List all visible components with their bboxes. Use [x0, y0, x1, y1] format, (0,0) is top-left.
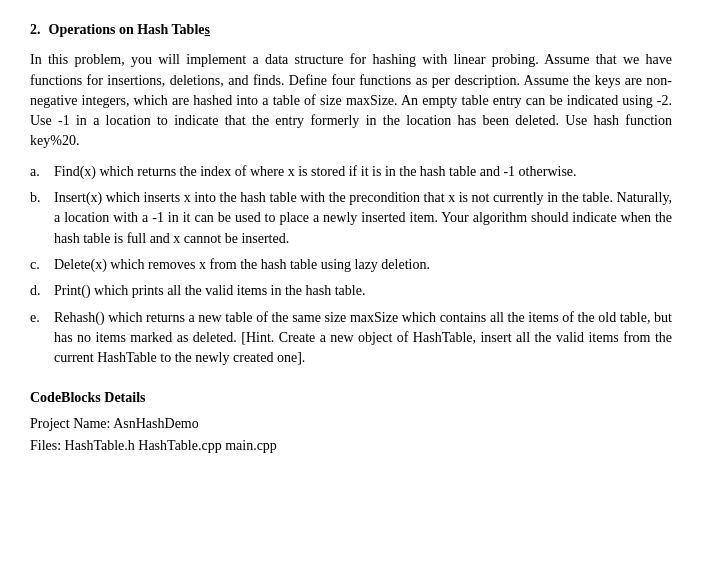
list-item: c.Delete(x) which removes x from the has… [30, 255, 672, 275]
project-name: Project Name: AsnHashDemo [30, 414, 672, 434]
list-item: d.Print() which prints all the valid ite… [30, 281, 672, 301]
list-label-c: c. [30, 255, 48, 275]
codeblocks-section: CodeBlocks Details Project Name: AsnHash… [30, 388, 672, 456]
section-title-plain: Operations on Hash Table [49, 22, 205, 37]
section-container: 2. Operations on Hash Tables In this pro… [30, 20, 672, 456]
section-title-underlined: s [205, 22, 210, 37]
list-content-e: Rehash() which returns a new table of th… [54, 308, 672, 369]
list-label-b: b. [30, 188, 48, 249]
intro-paragraph: In this problem, you will implement a da… [30, 50, 672, 151]
list-content-b: Insert(x) which inserts x into the hash … [54, 188, 672, 249]
list-label-a: a. [30, 162, 48, 182]
list-content-c: Delete(x) which removes x from the hash … [54, 255, 672, 275]
section-number: 2. [30, 20, 41, 40]
list-item: b.Insert(x) which inserts x into the has… [30, 188, 672, 249]
list-item: a.Find(x) which returns the index of whe… [30, 162, 672, 182]
list-label-e: e. [30, 308, 48, 369]
files-list: Files: HashTable.h HashTable.cpp main.cp… [30, 436, 672, 456]
codeblocks-title: CodeBlocks Details [30, 388, 672, 408]
list-item: e.Rehash() which returns a new table of … [30, 308, 672, 369]
list-label-d: d. [30, 281, 48, 301]
list-content-d: Print() which prints all the valid items… [54, 281, 672, 301]
section-title: Operations on Hash Tables [49, 20, 210, 40]
list-content-a: Find(x) which returns the index of where… [54, 162, 672, 182]
operations-list: a.Find(x) which returns the index of whe… [30, 162, 672, 369]
section-header: 2. Operations on Hash Tables [30, 20, 672, 40]
